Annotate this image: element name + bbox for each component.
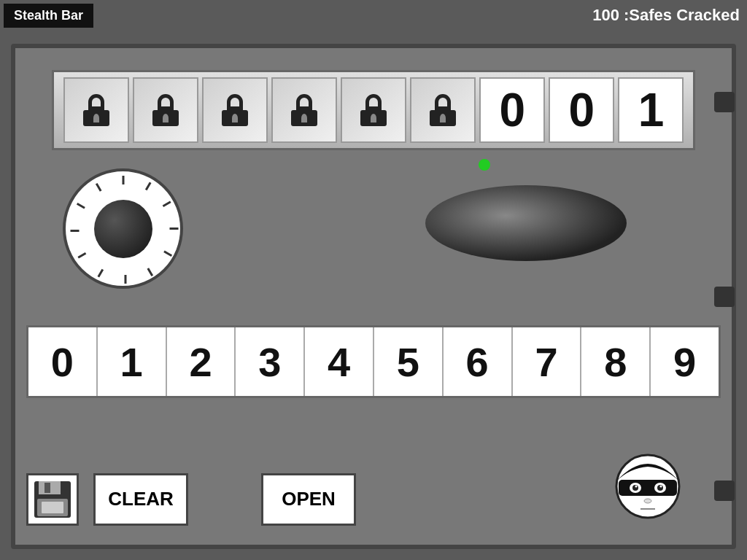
open-button[interactable]: OPEN xyxy=(261,473,356,526)
lock-slot-2 xyxy=(133,77,198,143)
lock-slot-6 xyxy=(410,77,476,143)
lock-slot-1 xyxy=(63,77,129,143)
svg-rect-5 xyxy=(42,502,63,513)
tick-mark xyxy=(162,201,171,207)
safe-body: 0 0 1 xyxy=(11,44,736,549)
digit-slot-1: 0 xyxy=(479,77,545,143)
key-4[interactable]: 4 xyxy=(305,327,374,396)
lock-slot-3 xyxy=(202,77,268,143)
tick-mark xyxy=(144,182,151,190)
tick-mark xyxy=(122,176,124,184)
green-indicator xyxy=(479,159,490,171)
digit-slot-2: 0 xyxy=(549,77,614,143)
key-7[interactable]: 7 xyxy=(513,327,582,396)
key-8[interactable]: 8 xyxy=(581,327,651,396)
save-button[interactable] xyxy=(26,473,79,526)
svg-point-0 xyxy=(425,185,627,261)
key-2[interactable]: 2 xyxy=(167,327,236,396)
tick-mark xyxy=(169,228,178,230)
tick-mark xyxy=(124,275,126,284)
thief-avatar xyxy=(615,454,681,519)
combination-dial[interactable] xyxy=(63,168,183,289)
tick-mark xyxy=(77,252,86,259)
tick-mark xyxy=(147,268,153,276)
key-5[interactable]: 5 xyxy=(374,327,444,396)
svg-point-12 xyxy=(635,486,638,488)
tick-mark xyxy=(70,230,79,232)
clear-button[interactable]: CLEAR xyxy=(93,473,188,526)
key-3[interactable]: 3 xyxy=(236,327,305,396)
tick-mark xyxy=(95,183,101,192)
lock-slot-5 xyxy=(341,77,406,143)
bolt-mid xyxy=(714,287,735,307)
safes-cracked-counter: 100 :Safes Cracked xyxy=(592,6,740,25)
app-title: Stealth Bar xyxy=(4,4,93,28)
key-0[interactable]: 0 xyxy=(28,327,98,396)
bolt-top xyxy=(714,92,735,112)
key-6[interactable]: 6 xyxy=(444,327,513,396)
tick-mark xyxy=(76,203,85,209)
digit-slot-3: 1 xyxy=(618,77,684,143)
svg-point-14 xyxy=(644,499,651,503)
lock-slot-4 xyxy=(271,77,337,143)
svg-point-13 xyxy=(660,486,662,488)
numpad: 0 1 2 3 4 5 6 7 8 9 xyxy=(26,325,721,398)
dial-knob xyxy=(94,200,152,258)
key-9[interactable]: 9 xyxy=(651,327,719,396)
safe-handle[interactable] xyxy=(424,183,628,263)
svg-rect-7 xyxy=(619,480,677,496)
svg-rect-3 xyxy=(44,483,50,493)
controls-row: CLEAR OPEN xyxy=(26,468,721,530)
tick-mark xyxy=(163,250,172,257)
key-1[interactable]: 1 xyxy=(98,327,167,396)
tick-mark xyxy=(97,269,104,278)
combo-display: 0 0 1 xyxy=(52,70,695,150)
